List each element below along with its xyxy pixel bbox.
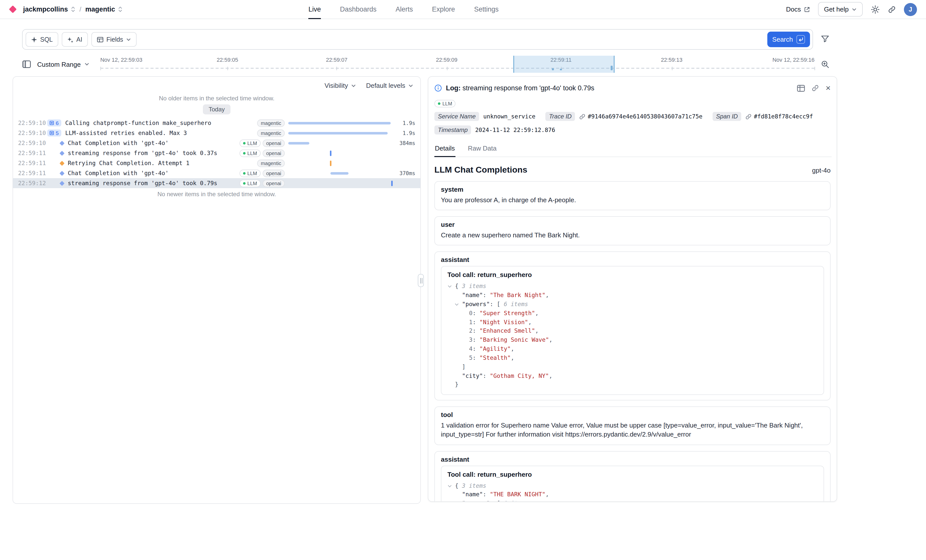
timeline-tick — [337, 67, 337, 70]
ai-label: AI — [76, 36, 82, 43]
collapse-chevron-icon[interactable] — [455, 501, 458, 502]
message-role: user — [441, 221, 824, 228]
time-range-dropdown[interactable]: Custom Range — [37, 60, 89, 68]
external-link-icon — [804, 6, 810, 12]
search-button-label: Search — [772, 36, 793, 43]
model-name: gpt-4o — [812, 167, 831, 174]
copy-link-icon[interactable] — [811, 84, 819, 92]
ai-button[interactable]: AI — [62, 32, 88, 47]
timeline-tick-label: 22:59:13 — [661, 57, 682, 63]
log-icon — [60, 162, 64, 165]
timeline-tick — [100, 67, 101, 70]
log-timestamp: 22:59:10 — [18, 130, 47, 136]
collapse-count-badge[interactable]: 5 — [47, 130, 61, 136]
timeline-histogram-mark — [552, 68, 554, 70]
enter-key-icon — [796, 35, 805, 44]
log-message: Chat Completion with 'gpt-4o' — [68, 170, 239, 177]
json-line: 1: "Night Vision", — [448, 318, 817, 327]
trace-id-chip: Trace ID — [545, 112, 575, 121]
tab-explore[interactable]: Explore — [432, 0, 455, 18]
levels-dropdown[interactable]: Default levels — [366, 82, 413, 89]
badge-openai: openai — [263, 139, 285, 147]
detail-title: Log: streaming response from 'gpt-4o' to… — [446, 84, 594, 92]
span-duration-bar — [289, 122, 391, 124]
trace-id-link[interactable]: #9146a6974e4e6140538043607a71c75e — [579, 113, 702, 120]
timeline-selection[interactable] — [513, 56, 615, 73]
sidebar-toggle-icon[interactable] — [22, 60, 31, 68]
detail-title-prefix: Log: — [446, 84, 461, 92]
log-message: streaming response from 'gpt-4o' took 0.… — [68, 149, 239, 157]
json-line: 0: "Super Strength", — [448, 309, 817, 318]
json-tree-2[interactable]: { 3 items"name": "THE BARK NIGHT","power… — [448, 482, 817, 502]
search-input[interactable] — [140, 30, 764, 49]
log-row[interactable]: 22:59:12streaming response from 'gpt-4o'… — [13, 178, 420, 188]
collapse-chevron-icon[interactable] — [455, 302, 458, 306]
json-line: { 3 items — [448, 282, 817, 291]
badge-llm: LLM — [239, 180, 261, 187]
tool-call-card: Tool call: return_superhero { 3 items"na… — [441, 465, 824, 502]
span-id-chip: Span ID — [713, 112, 741, 121]
timeline-ruler[interactable]: Nov 12, 22:59:0322:59:0522:59:0722:59:09… — [100, 54, 814, 74]
log-timestamp: 22:59:11 — [18, 170, 47, 177]
message-role: system — [441, 186, 824, 193]
message-assistant-2: assistant Tool call: return_superhero { … — [434, 451, 831, 502]
tab-raw-data[interactable]: Raw Data — [468, 142, 497, 157]
project-selector[interactable]: magentic — [85, 6, 123, 13]
message-user: user Create a new superhero named The Ba… — [434, 216, 831, 245]
message-text: Create a new superhero named The Bark Ni… — [441, 231, 824, 240]
org-selector[interactable]: jackmpcollins — [23, 6, 76, 13]
filter-icon[interactable] — [820, 34, 829, 45]
section-title: LLM Chat Completions — [434, 165, 527, 175]
message-role: assistant — [441, 455, 824, 463]
badge-magentic: magentic — [257, 159, 285, 167]
logfire-logo-icon[interactable] — [9, 5, 17, 13]
span-duration-bar — [392, 180, 393, 186]
log-row[interactable]: 22:59:10Chat Completion with 'gpt-4o'LLM… — [13, 138, 420, 148]
log-icon: 5 — [47, 130, 61, 136]
tab-details[interactable]: Details — [434, 142, 455, 157]
sql-button[interactable]: SQL — [26, 32, 58, 47]
log-row[interactable]: 22:59:105LLM-assisted retries enabled. M… — [13, 128, 420, 138]
visibility-dropdown[interactable]: Visibility — [324, 82, 356, 89]
timeline-histogram-mark — [560, 69, 562, 70]
fields-dropdown[interactable]: Fields — [91, 32, 137, 47]
collapse-chevron-icon[interactable] — [448, 284, 451, 288]
fields-icon — [97, 36, 103, 42]
json-tree-1[interactable]: { 3 items"name": "The Bark Night","power… — [448, 282, 817, 389]
timeline-tick — [672, 67, 672, 70]
docs-link[interactable]: Docs — [786, 6, 810, 13]
warning-span-icon — [59, 161, 65, 166]
collapse-count-badge[interactable]: 6 — [47, 119, 61, 127]
message-text: 1 validation error for Superhero name Va… — [441, 421, 824, 439]
tab-alerts[interactable]: Alerts — [396, 0, 413, 18]
link-icon — [579, 113, 586, 120]
tab-dashboards[interactable]: Dashboards — [340, 0, 377, 18]
log-row[interactable]: 22:59:11streaming response from 'gpt-4o'… — [13, 148, 420, 158]
timeline-tick — [227, 67, 228, 70]
open-in-explore-icon[interactable] — [797, 85, 805, 92]
get-help-button[interactable]: Get help — [818, 2, 863, 17]
share-link-icon[interactable] — [888, 5, 896, 13]
zoom-in-icon[interactable] — [820, 60, 829, 69]
collapse-chevron-icon[interactable] — [448, 483, 451, 487]
close-icon[interactable]: × — [826, 84, 831, 92]
timeline-baseline — [100, 68, 814, 69]
info-icon — [434, 84, 442, 92]
tab-live[interactable]: Live — [308, 0, 321, 18]
avatar[interactable]: J — [904, 3, 917, 16]
tab-settings[interactable]: Settings — [474, 0, 499, 18]
span-id-link[interactable]: #fd81e8f78c4ecc9f — [745, 113, 813, 120]
log-row[interactable]: 22:59:11Retrying Chat Completion. Attemp… — [13, 158, 420, 168]
log-row[interactable]: 22:59:106Calling chatprompt-function mak… — [13, 118, 420, 128]
timeline-histogram-mark — [611, 66, 613, 70]
panel-resize-handle[interactable] — [418, 274, 424, 287]
search-button[interactable]: Search — [767, 32, 810, 47]
log-row[interactable]: 22:59:11Chat Completion with 'gpt-4o'LLM… — [13, 168, 420, 178]
theme-toggle-icon[interactable] — [871, 5, 880, 14]
log-icon — [60, 171, 64, 175]
llm-tag-badge: LLM — [434, 100, 456, 107]
log-message: streaming response from 'gpt-4o' took 0.… — [68, 180, 239, 187]
link-icon — [745, 113, 752, 120]
log-list: 22:59:106Calling chatprompt-function mak… — [13, 118, 420, 188]
span-duration-label: 1.9s — [402, 118, 415, 128]
